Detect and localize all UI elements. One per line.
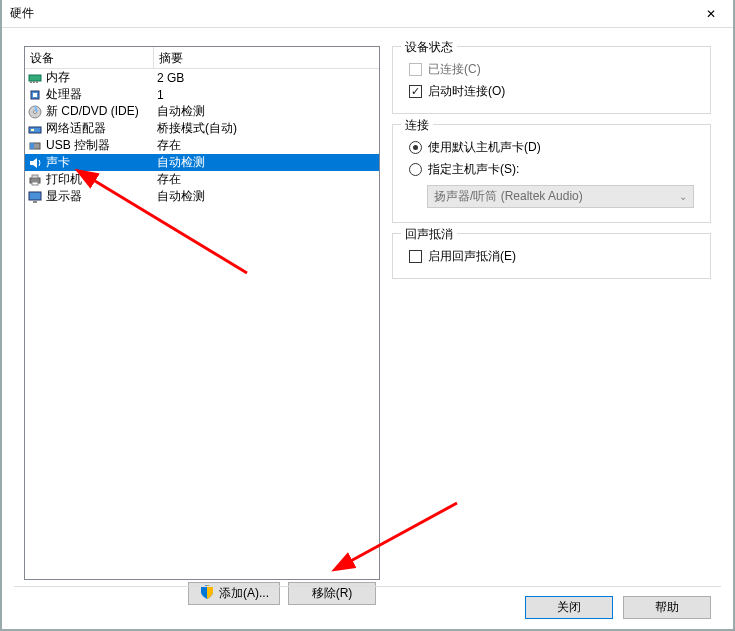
svg-rect-0 (29, 75, 41, 81)
window-title: 硬件 (10, 5, 34, 22)
checkbox-connected: 已连接(C) (409, 59, 694, 79)
specify-host-label: 指定主机声卡(S): (428, 161, 519, 178)
checkbox-icon: ✓ (409, 85, 422, 98)
close-button[interactable]: 关闭 (525, 596, 613, 619)
group-echo: 回声抵消 启用回声抵消(E) (392, 233, 711, 279)
help-label: 帮助 (655, 599, 679, 616)
device-summary: 自动检测 (154, 103, 379, 120)
radio-specify-host[interactable]: 指定主机声卡(S): (409, 159, 694, 179)
device-summary: 存在 (154, 137, 379, 154)
group-title-echo: 回声抵消 (401, 226, 457, 243)
group-title-status: 设备状态 (401, 39, 457, 56)
svg-rect-1 (30, 81, 32, 83)
footer-separator (14, 586, 721, 587)
svg-rect-16 (33, 201, 37, 203)
group-device-status: 设备状态 已连接(C) ✓ 启动时连接(O) (392, 46, 711, 114)
checkbox-autoconnect[interactable]: ✓ 启动时连接(O) (409, 81, 694, 101)
default-host-label: 使用默认主机声卡(D) (428, 139, 541, 156)
device-summary: 自动检测 (154, 188, 379, 205)
device-summary: 自动检测 (154, 154, 379, 171)
device-summary: 1 (154, 88, 379, 102)
device-summary: 桥接模式(自动) (154, 120, 379, 137)
printer-icon (27, 172, 43, 188)
device-row-cd[interactable]: 新 CD/DVD (IDE)自动检测 (25, 103, 379, 120)
right-panel: 设备状态 已连接(C) ✓ 启动时连接(O) 连接 使用默认主机声卡(D) 指定… (392, 46, 711, 289)
device-name: USB 控制器 (46, 137, 110, 154)
usb-icon (27, 138, 43, 154)
device-row-usb[interactable]: USB 控制器存在 (25, 137, 379, 154)
device-summary: 2 GB (154, 71, 379, 85)
window-close-button[interactable]: ✕ (689, 0, 733, 28)
cd-icon (27, 104, 43, 120)
device-name: 新 CD/DVD (IDE) (46, 103, 139, 120)
device-summary: 存在 (154, 171, 379, 188)
echo-label: 启用回声抵消(E) (428, 248, 516, 265)
add-label: 添加(A)... (219, 585, 269, 602)
header-device[interactable]: 设备 (25, 47, 154, 68)
cpu-icon (27, 87, 43, 103)
device-row-memory[interactable]: 内存2 GB (25, 69, 379, 86)
svg-rect-14 (32, 182, 38, 185)
group-connection: 连接 使用默认主机声卡(D) 指定主机声卡(S): 扬声器/听筒 (Realte… (392, 124, 711, 223)
list-header: 设备 摘要 (25, 47, 379, 69)
device-row-net[interactable]: 网络适配器桥接模式(自动) (25, 120, 379, 137)
connected-label: 已连接(C) (428, 61, 481, 78)
remove-label: 移除(R) (312, 585, 353, 602)
checkbox-icon (409, 250, 422, 263)
header-summary[interactable]: 摘要 (154, 47, 379, 68)
device-row-cpu[interactable]: 处理器1 (25, 86, 379, 103)
radio-default-host[interactable]: 使用默认主机声卡(D) (409, 137, 694, 157)
device-name: 打印机 (46, 171, 82, 188)
device-row-sound[interactable]: 声卡自动检测 (25, 154, 379, 171)
device-name: 内存 (46, 69, 70, 86)
device-name: 声卡 (46, 154, 70, 171)
select-value: 扬声器/听筒 (Realtek Audio) (434, 188, 583, 205)
svg-rect-5 (33, 93, 37, 97)
close-icon: ✕ (706, 7, 716, 21)
titlebar: 硬件 ✕ (2, 0, 733, 28)
chevron-down-icon: ⌄ (679, 191, 687, 202)
device-row-printer[interactable]: 打印机存在 (25, 171, 379, 188)
svg-rect-3 (36, 81, 38, 83)
memory-icon (27, 70, 43, 86)
checkbox-echo[interactable]: 启用回声抵消(E) (409, 246, 694, 266)
svg-rect-9 (31, 129, 34, 131)
footer-buttons: 关闭 帮助 (525, 596, 711, 619)
svg-rect-11 (30, 143, 34, 149)
group-title-connection: 连接 (401, 117, 433, 134)
autoconnect-label: 启动时连接(O) (428, 83, 505, 100)
device-name: 显示器 (46, 188, 82, 205)
hardware-list: 设备 摘要 内存2 GB处理器1新 CD/DVD (IDE)自动检测网络适配器桥… (24, 46, 380, 580)
host-soundcard-select: 扬声器/听筒 (Realtek Audio) ⌄ (427, 185, 694, 208)
help-button[interactable]: 帮助 (623, 596, 711, 619)
svg-rect-13 (32, 175, 38, 178)
net-icon (27, 121, 43, 137)
radio-icon (409, 163, 422, 176)
svg-rect-15 (29, 192, 41, 200)
svg-rect-2 (33, 81, 35, 83)
list-rows: 内存2 GB处理器1新 CD/DVD (IDE)自动检测网络适配器桥接模式(自动… (25, 69, 379, 205)
close-label: 关闭 (557, 599, 581, 616)
svg-rect-8 (29, 127, 41, 133)
checkbox-icon (409, 63, 422, 76)
radio-icon (409, 141, 422, 154)
content: 设备 摘要 内存2 GB处理器1新 CD/DVD (IDE)自动检测网络适配器桥… (2, 28, 733, 629)
device-name: 处理器 (46, 86, 82, 103)
device-row-display[interactable]: 显示器自动检测 (25, 188, 379, 205)
display-icon (27, 189, 43, 205)
device-name: 网络适配器 (46, 120, 106, 137)
sound-icon (27, 155, 43, 171)
